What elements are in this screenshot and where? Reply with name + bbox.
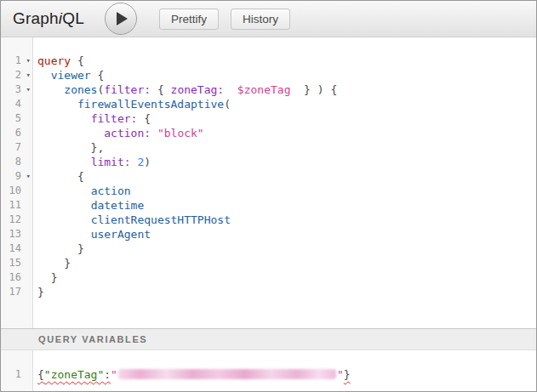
code-token: zoneTag: — [171, 83, 225, 96]
code-token — [37, 185, 91, 197]
code-line: { — [37, 169, 536, 184]
code-token: filter: — [104, 83, 151, 96]
code-token: }, — [37, 141, 104, 154]
code-token — [37, 98, 77, 111]
code-line: action: "block" — [37, 126, 536, 140]
code-line: } — [37, 256, 536, 270]
line-number: 5 — [1, 111, 32, 126]
code-token — [37, 69, 51, 82]
code-line: } — [37, 241, 536, 256]
query-editor[interactable]: 1▾2▾3▾456789▾1011121314151617 query { vi… — [1, 37, 536, 328]
line-number: 1 — [1, 367, 32, 382]
execute-query-button[interactable] — [105, 3, 137, 35]
code-line: zones(filter: { zoneTag: $zoneTag } ) { — [37, 82, 536, 97]
line-number: 12 — [1, 213, 32, 227]
line-number: 6 — [1, 126, 32, 140]
query-editor-code[interactable]: query { viewer { zones(filter: { zoneTag… — [33, 37, 536, 328]
code-token: : — [104, 368, 111, 381]
line-number: 15 — [1, 256, 32, 270]
code-line: query { — [37, 54, 536, 68]
line-number: 1▾ — [1, 54, 32, 68]
line-number: 4 — [1, 97, 32, 111]
fold-arrow-icon[interactable]: ▾ — [26, 169, 31, 184]
code-token: ) — [144, 156, 151, 168]
play-icon — [117, 12, 128, 26]
query-editor-gutter: 1▾2▾3▾456789▾1011121314151617 — [1, 37, 33, 328]
code-token: } — [344, 368, 351, 381]
fold-arrow-icon[interactable]: ▾ — [26, 68, 31, 82]
toolbar: GraphiQL Prettify History — [1, 1, 536, 37]
redacted-value-blob — [118, 369, 336, 379]
prettify-button[interactable]: Prettify — [159, 9, 219, 30]
code-token: " — [337, 368, 344, 381]
query-variables-title-bar[interactable]: QUERY VARIABLES — [1, 328, 536, 350]
fold-arrow-icon[interactable]: ▾ — [26, 54, 31, 68]
code-token: { — [71, 54, 84, 67]
code-token: } — [37, 286, 44, 298]
code-token — [37, 112, 91, 125]
code-token: "zoneTag" — [44, 368, 104, 381]
code-token: } — [37, 271, 57, 284]
code-line: {"zoneTag":""} — [37, 367, 536, 382]
code-line: userAgent — [37, 227, 536, 241]
query-variables-title: QUERY VARIABLES — [38, 334, 147, 344]
line-number: 11 — [1, 198, 32, 213]
code-token: { — [91, 69, 105, 82]
variables-editor-code[interactable]: {"zoneTag":""} — [33, 350, 536, 391]
logo-text: QL — [62, 9, 84, 27]
code-token: firewallEventsAdaptive — [77, 98, 224, 111]
line-number: 16 — [1, 270, 32, 285]
code-line: clientRequestHTTPHost — [37, 213, 536, 227]
code-token: { — [137, 112, 151, 125]
code-token: } — [37, 242, 84, 255]
code-token — [37, 156, 91, 168]
code-line: } — [37, 285, 536, 299]
code-token — [37, 213, 91, 226]
history-button[interactable]: History — [231, 9, 290, 30]
code-token: query — [37, 54, 71, 67]
code-line: viewer { — [37, 68, 536, 82]
line-number: 7 — [1, 140, 32, 155]
graphiql-window: GraphiQL Prettify History 1▾2▾3▾456789▾1… — [0, 0, 537, 392]
code-token — [37, 199, 91, 212]
code-line: firewallEventsAdaptive( — [37, 97, 536, 111]
line-number: 17 — [1, 285, 32, 299]
code-token: "block" — [157, 127, 204, 139]
code-token: action — [91, 185, 131, 197]
code-token: viewer — [51, 69, 91, 82]
code-token: } ) { — [290, 83, 337, 96]
line-number: 3▾ — [1, 82, 32, 97]
code-token: clientRequestHTTPHost — [91, 213, 231, 226]
line-number: 2▾ — [1, 68, 32, 82]
line-number: 13 — [1, 227, 32, 241]
code-token: { — [37, 368, 44, 381]
logo-text: Graph — [13, 9, 59, 27]
code-token: { — [151, 83, 170, 96]
code-token: ( — [224, 98, 231, 111]
code-token — [37, 228, 91, 241]
code-token: limit: — [91, 156, 131, 168]
code-token: datetime — [91, 199, 145, 212]
code-token — [151, 127, 157, 139]
line-number: 9▾ — [1, 169, 32, 184]
code-token — [224, 83, 237, 96]
line-number: 10 — [1, 184, 32, 198]
code-line: limit: 2) — [37, 155, 536, 169]
code-token: $zoneTag — [237, 83, 291, 96]
code-line: datetime — [37, 198, 536, 213]
code-token: { — [37, 170, 84, 183]
code-token — [37, 127, 104, 139]
code-token: action: — [104, 127, 151, 139]
code-line: } — [37, 270, 536, 285]
line-number: 8 — [1, 155, 32, 169]
code-token: } — [37, 257, 71, 270]
code-token — [37, 83, 64, 96]
variables-editor[interactable]: 1 {"zoneTag":""} — [1, 350, 536, 391]
code-line: }, — [37, 140, 536, 155]
line-number: 14 — [1, 241, 32, 256]
variables-editor-gutter: 1 — [1, 350, 33, 391]
code-line: filter: { — [37, 111, 536, 126]
graphiql-logo: GraphiQL — [13, 9, 84, 28]
fold-arrow-icon[interactable]: ▾ — [26, 82, 31, 97]
code-token: " — [111, 368, 117, 381]
